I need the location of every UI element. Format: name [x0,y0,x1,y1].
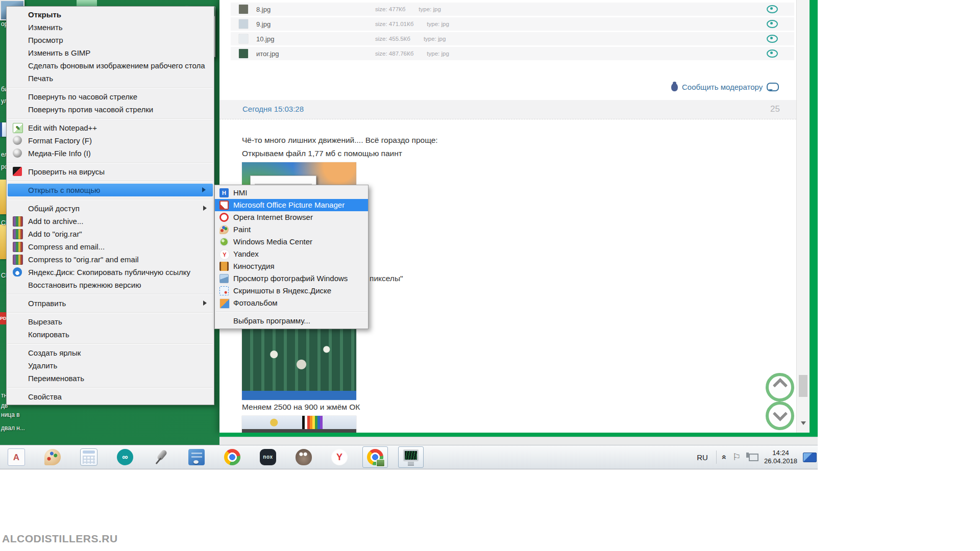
microphone-icon [153,449,169,465]
submenu-item-picture-manager[interactable]: Microsoft Office Picture Manager [215,199,368,211]
submenu-item-paint[interactable]: Paint [215,223,368,236]
context-menu-item-antivirus-scan[interactable]: Проверить на вирусы [7,165,214,178]
post-paint-screenshot-image[interactable] [242,416,356,433]
views-eye-icon[interactable] [767,35,778,43]
context-menu-item-restore-version[interactable]: Восстановить прежнюю версию [7,279,214,291]
menu-separator [8,294,213,294]
taskbar-button-chrome-active[interactable] [362,446,388,468]
post-text-fragment: пикселы" [370,274,403,283]
context-menu-item-rename[interactable]: Переименовать [7,372,214,385]
embedded-pcb-photo [242,328,356,391]
taskbar-button-gimp[interactable] [291,446,316,468]
taskbar-button-system-monitor[interactable] [398,446,424,468]
submenu-item-wmc[interactable]: Windows Media Center [215,236,368,248]
show-hidden-icons-chevron[interactable]: « [720,455,729,460]
menu-item-label: Изменить [28,23,63,32]
attachment-name-link[interactable]: 10.jpg [256,35,274,43]
post-number-link[interactable]: 25 [770,104,780,114]
submenu-item-yandex[interactable]: YYandex [215,248,368,260]
views-eye-icon[interactable] [767,49,778,58]
context-menu-item-copy[interactable]: Копировать [7,328,214,341]
context-menu-item-rotate-cw[interactable]: Повернуть по часовой стрелке [7,90,214,103]
scroll-to-top-button[interactable] [766,373,794,402]
attachment-name-link[interactable]: 9.jpg [256,20,271,28]
taskbar-button-wordpad[interactable]: A [3,446,30,468]
context-menu-item-compress-email[interactable]: Compress and email... [7,240,214,253]
context-menu-item-add-archive[interactable]: Add to archive... [7,215,214,228]
submenu-item-movie-studio[interactable]: Киностудия [215,260,368,272]
browser-scrollbar[interactable] [796,0,810,433]
context-menu-item-compress-orig-email[interactable]: Compress to "orig.rar" and email [7,253,214,266]
context-menu-item-send-to[interactable]: Отправить [7,297,214,310]
attachment-row: 9.jpgsize: 471.01Кбtype: jpg [231,17,794,31]
scrollbar-down-arrow[interactable] [801,421,806,428]
taskbar-button-yandex-browser[interactable]: Y [327,446,352,468]
scrollbar-thumb[interactable] [799,375,807,397]
menu-item-label: Сделать фоновым изображением рабочего ст… [28,61,205,70]
context-menu-item-print[interactable]: Печать [7,72,214,85]
wmc-icon [219,237,229,246]
submenu-item-yadisk-screenshots[interactable]: Скриншоты в Яндекс.Диске [215,285,368,297]
context-menu-item-notepadpp[interactable]: ✎Edit with Notepad++ [7,121,214,134]
menu-item-label: Add to "orig.rar" [28,230,82,238]
submenu-item-opera[interactable]: Opera Internet Browser [215,211,368,223]
menu-separator [8,162,213,163]
submenu-item-choose-program[interactable]: Выбрать программу... [215,315,368,327]
taskbar-button-control-panel[interactable] [184,446,209,468]
nox-icon: nox [260,449,276,465]
context-menu-item-open[interactable]: Открыть [7,8,214,21]
menu-item-label: Яндекс.Диск: Скопировать публичную ссылк… [28,268,190,277]
report-to-moderator-link[interactable]: Сообщить модератору [682,83,763,91]
submenu-item-photo-viewer[interactable]: Просмотр фотографий Windows [215,272,368,285]
taskbar-button-chrome[interactable] [219,446,245,468]
post-timestamp: Сегодня 15:03:28 [242,105,304,113]
context-menu-item-add-orig-rar[interactable]: Add to "orig.rar" [7,228,214,240]
menu-item-label: Paint [233,225,251,234]
submenu-item-hmi[interactable]: HHMI [215,187,368,199]
browser-bottom-strip [219,437,818,445]
context-menu-item-edit[interactable]: Изменить [7,21,214,34]
yandex-browser-icon: Y [331,449,348,465]
context-menu-item-rotate-ccw[interactable]: Повернуть против часовой стрелки [7,103,214,116]
display-settings-icon[interactable] [803,453,817,462]
clock[interactable]: 14:24 26.04.2018 [764,449,797,465]
yadisk-icon [13,267,22,277]
action-center-flag-icon[interactable]: ⚐ [732,452,741,463]
views-eye-icon[interactable] [767,20,778,28]
system-monitor-icon [403,449,419,465]
attachment-type: type: jpg [427,21,449,27]
context-menu-item-cut[interactable]: Вырезать [7,315,214,328]
taskbar-button-nox[interactable]: nox [255,446,281,468]
views-eye-icon[interactable] [767,5,778,13]
context-menu-item-format-factory[interactable]: Format Factory (F) [7,134,214,147]
network-icon[interactable] [746,453,758,462]
context-menu-item-share[interactable]: Общий доступ [7,202,214,215]
attachment-name-link[interactable]: итог.jpg [256,50,279,58]
context-menu-item-set-wallpaper[interactable]: Сделать фоновым изображением рабочего ст… [7,59,214,72]
winrar-icon [13,229,23,239]
attachment-name-link[interactable]: 8.jpg [256,6,271,13]
context-menu-item-properties[interactable]: Свойства [7,390,214,403]
context-menu-item-open-with[interactable]: Открыть с помощью [8,184,213,196]
submenu-item-photo-album[interactable]: Фотоальбом [215,297,368,309]
taskbar-button-microphone[interactable] [148,446,174,468]
context-menu-item-yadisk-copy-link[interactable]: Яндекс.Диск: Скопировать публичную ссылк… [7,266,214,279]
language-indicator[interactable]: RU [694,453,710,462]
context-menu-item-view[interactable]: Просмотр [7,34,214,46]
desktop-icon-label-fragment: ница в [1,411,20,418]
site-green-frame-bottom [219,433,818,437]
taskbar-button-paint[interactable] [40,446,65,468]
taskbar-button-arduino[interactable]: ∞ [112,446,138,468]
context-menu-item-media-file-info[interactable]: Медиа-File Info (I) [7,147,214,160]
context-menu-item-delete[interactable]: Удалить [7,359,214,372]
context-menu-item-edit-gimp[interactable]: Изменить в GIMP [7,46,214,59]
taskbar-button-calculator[interactable] [76,446,102,468]
scroll-to-bottom-button[interactable] [766,402,794,430]
menu-item-label: Opera Internet Browser [233,213,313,221]
attachment-thumbnail-icon [239,49,248,58]
chat-bubble-icon[interactable] [767,83,779,91]
attachment-type: type: jpg [427,51,449,57]
kaspersky-icon [13,167,22,176]
context-menu-item-create-shortcut[interactable]: Создать ярлык [7,346,214,359]
mediainfo-icon [13,148,22,158]
